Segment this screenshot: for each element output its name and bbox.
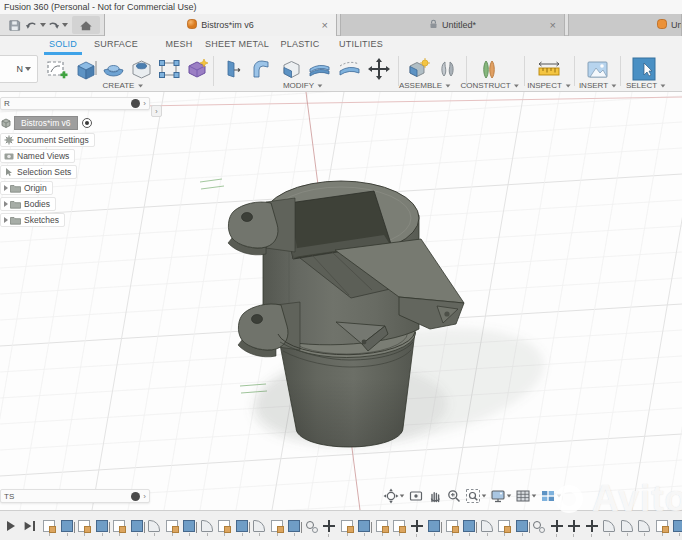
revolve-button[interactable]: [100, 56, 126, 82]
browser-header[interactable]: R ›: [0, 97, 150, 110]
timeline-feature-extrude-icon[interactable]: [61, 520, 73, 532]
timeline-play-icon[interactable]: [7, 521, 15, 531]
look-at-button[interactable]: [408, 488, 424, 504]
ribbon-tab-solid[interactable]: SOLID: [49, 39, 77, 49]
viewport[interactable]: R › › Bistros*im v6 Document Settings Na…: [0, 92, 682, 510]
close-tab-icon[interactable]: ×: [550, 20, 556, 30]
timeline-feature-fillet-icon[interactable]: [638, 520, 650, 532]
timeline-feature-move-icon[interactable]: [323, 520, 335, 532]
timeline-feature-sketch-icon[interactable]: [166, 520, 178, 532]
browser-item-bodies[interactable]: Bodies: [0, 197, 56, 211]
ribbon-tab-sheetmetal[interactable]: SHEET METAL: [205, 39, 269, 49]
browser-item-selection-sets[interactable]: Selection Sets: [0, 165, 77, 179]
pan-button[interactable]: [427, 488, 443, 504]
group-label-text[interactable]: CONSTRUCT: [460, 81, 510, 90]
expand-arrow-icon[interactable]: [4, 201, 8, 207]
document-tab-untitled[interactable]: Untitled* ×: [340, 14, 565, 36]
timeline-feature-sketch-icon[interactable]: [341, 520, 353, 532]
timeline-feature-fillet-icon[interactable]: [603, 520, 615, 532]
timeline-feature-sketch-icon[interactable]: [376, 520, 388, 532]
redo-button[interactable]: [46, 19, 68, 31]
comments-options-icon[interactable]: [131, 492, 140, 501]
form-box-button[interactable]: [156, 56, 182, 82]
timeline-feature-sketch-icon[interactable]: [393, 520, 405, 532]
timeline-feature-extrude-icon[interactable]: [673, 520, 682, 532]
timeline-feature-extrude-icon[interactable]: [131, 520, 143, 532]
undo-button[interactable]: [24, 19, 46, 31]
document-tab-untitled-2[interactable]: Untitled: [568, 14, 682, 36]
ribbon-tab-utilities[interactable]: UTILITIES: [339, 39, 383, 49]
group-label-text[interactable]: ASSEMBLE: [399, 81, 442, 90]
ribbon-tab-mesh[interactable]: MESH: [166, 39, 193, 49]
close-tab-icon[interactable]: ×: [322, 20, 328, 30]
offset-face-button[interactable]: [336, 56, 362, 82]
chevron-right-icon[interactable]: ›: [143, 99, 146, 108]
comments-panel-bar[interactable]: TS ›: [0, 489, 150, 503]
viewport-canvas[interactable]: [0, 92, 682, 510]
fit-button[interactable]: [465, 488, 487, 504]
expand-arrow-icon[interactable]: [4, 185, 8, 191]
timeline-feature-fillet-icon[interactable]: [148, 520, 160, 532]
timeline-feature-move-icon[interactable]: [411, 520, 423, 532]
timeline-feature-extrude-icon[interactable]: [358, 520, 370, 532]
timeline-feature-sketch-icon[interactable]: [656, 520, 668, 532]
timeline-feature-sketch-icon[interactable]: [498, 520, 510, 532]
group-label-text[interactable]: INSPECT: [527, 81, 562, 90]
zoom-button[interactable]: [446, 488, 462, 504]
home-view-button[interactable]: [72, 16, 100, 34]
ribbon-tab-surface[interactable]: SURFACE: [94, 39, 138, 49]
orbit-button[interactable]: [383, 488, 405, 504]
timeline-feature-extrude-icon[interactable]: [288, 520, 300, 532]
workspace-selector[interactable]: N: [0, 55, 38, 83]
timeline-feature-move-icon[interactable]: [551, 520, 563, 532]
timeline-feature-move-icon[interactable]: [568, 520, 580, 532]
ribbon-tab-plastic[interactable]: PLASTIC: [281, 39, 320, 49]
timeline-feature-pattern-icon[interactable]: [533, 520, 545, 532]
timeline-feature-sketch-icon[interactable]: [218, 520, 230, 532]
timeline-feature-move-icon[interactable]: [586, 520, 598, 532]
group-label-text[interactable]: CREATE: [103, 81, 135, 90]
construct-plane-button[interactable]: [476, 56, 502, 82]
browser-options-icon[interactable]: [131, 99, 140, 108]
browser-item-sketches[interactable]: Sketches: [0, 213, 65, 227]
browser-item-named-views[interactable]: Named Views: [0, 149, 75, 163]
group-label-text[interactable]: MODIFY: [283, 81, 314, 90]
create-sketch-button[interactable]: [44, 56, 70, 82]
timeline-feature-sketch-icon[interactable]: [271, 520, 283, 532]
new-component-button[interactable]: [405, 56, 431, 82]
timeline-feature-extrude-icon[interactable]: [463, 520, 475, 532]
timeline-feature-fillet-icon[interactable]: [621, 520, 633, 532]
extrude-button[interactable]: [72, 56, 98, 82]
grid-snaps-button[interactable]: [515, 488, 537, 504]
browser-collapse-button[interactable]: ›: [151, 105, 162, 117]
thicken-button[interactable]: [306, 56, 332, 82]
bend-button[interactable]: [248, 56, 274, 82]
select-button[interactable]: [630, 56, 660, 82]
document-tab-bistros[interactable]: Bistros*im v6 ×: [104, 14, 337, 36]
timeline-feature-sketch-icon[interactable]: [43, 520, 55, 532]
timeline-feature-extrude-icon[interactable]: [516, 520, 528, 532]
activate-component-radio[interactable]: [82, 118, 92, 128]
timeline-feature-fillet-icon[interactable]: [253, 520, 265, 532]
flange-button[interactable]: [220, 56, 246, 82]
viewports-button[interactable]: [540, 488, 562, 504]
timeline-skip-end-icon[interactable]: [24, 521, 35, 531]
group-label-text[interactable]: INSERT: [579, 81, 608, 90]
move-copy-button[interactable]: [366, 56, 392, 82]
timeline-feature-sketch-icon[interactable]: [113, 520, 125, 532]
display-settings-button[interactable]: [490, 488, 512, 504]
timeline-feature-pattern-icon[interactable]: [306, 520, 318, 532]
timeline-feature-extrude-icon[interactable]: [96, 520, 108, 532]
timeline-feature-extrude-icon[interactable]: [428, 520, 440, 532]
joint-button[interactable]: [434, 56, 460, 82]
save-icon[interactable]: [4, 19, 24, 32]
create-form-button[interactable]: [184, 56, 210, 82]
timeline-feature-fillet-icon[interactable]: [201, 520, 213, 532]
timeline-feature-fillet-icon[interactable]: [481, 520, 493, 532]
timeline-feature-extrude-icon[interactable]: [236, 520, 248, 532]
insert-button[interactable]: [584, 56, 610, 82]
press-pull-button[interactable]: [278, 56, 304, 82]
expand-arrow-icon[interactable]: [4, 217, 8, 223]
timeline-feature-extrude-icon[interactable]: [183, 520, 195, 532]
timeline-feature-sketch-icon[interactable]: [78, 520, 90, 532]
